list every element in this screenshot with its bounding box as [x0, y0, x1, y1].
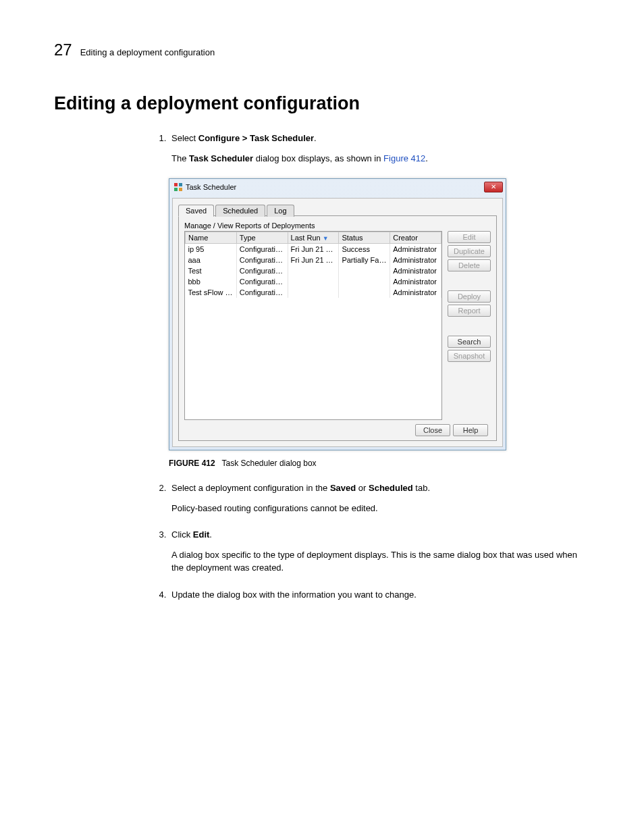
s3-a: Click — [171, 529, 193, 540]
dialog-title: Task Scheduler — [186, 183, 236, 191]
tab-scheduled[interactable]: Scheduled — [215, 205, 265, 217]
s3-p: A dialog box specific to the type of dep… — [171, 548, 590, 575]
s3-c: . — [209, 529, 212, 540]
deploy-button[interactable]: Deploy — [448, 290, 491, 303]
deployments-table[interactable]: Name Type Last Run ▼ Status Creator ip 9… — [184, 231, 442, 420]
table-row[interactable]: TestConfiguration ...Administrator — [186, 265, 441, 276]
col-lastrun[interactable]: Last Run ▼ — [288, 232, 339, 244]
duplicate-button[interactable]: Duplicate — [448, 245, 491, 257]
tab-saved[interactable]: Saved — [178, 205, 214, 217]
section-title: Editing a deployment configuration — [54, 93, 590, 114]
cell-status — [339, 265, 390, 276]
cell-last_run — [288, 287, 339, 298]
cell-last_run: Fri Jun 21 09:... — [288, 244, 339, 255]
edit-button[interactable]: Edit — [448, 231, 491, 243]
close-button[interactable]: Close — [415, 424, 450, 436]
search-button[interactable]: Search — [448, 336, 491, 348]
table-row[interactable]: Test sFlow C...Configuration ...Administ… — [186, 287, 441, 298]
s2-a: Select a deployment configuration in the — [171, 483, 330, 493]
step-1: Select Configure > Task Scheduler. The T… — [169, 132, 590, 165]
cell-last_run — [288, 276, 339, 287]
s4: Update the dialog box with the informati… — [171, 590, 417, 600]
col-creator[interactable]: Creator — [390, 232, 441, 244]
svg-rect-3 — [179, 188, 182, 191]
step1-p-c: dialog box displays, as shown in — [253, 153, 383, 163]
cell-last_run: Fri Jun 21 09:... — [288, 255, 339, 265]
cell-status — [339, 287, 390, 298]
app-icon — [173, 182, 183, 192]
cell-last_run — [288, 265, 339, 276]
cell-type: Configuration ... — [236, 255, 288, 265]
step-3: Click Edit. A dialog box specific to the… — [169, 528, 590, 575]
step-2: Select a deployment configuration in the… — [169, 481, 590, 515]
sort-desc-icon: ▼ — [323, 235, 329, 242]
figure-caption-text: Task Scheduler dialog box — [222, 459, 317, 468]
s2-p: Policy-based routing configurations cann… — [171, 502, 590, 515]
col-name[interactable]: Name — [186, 232, 237, 244]
cell-name: aaa — [186, 255, 237, 265]
help-button[interactable]: Help — [453, 424, 488, 436]
table-row[interactable]: bbbConfiguration ...Administrator — [186, 276, 441, 287]
cell-creator: Administrator — [390, 287, 441, 298]
cell-creator: Administrator — [390, 244, 441, 255]
cell-status: Partially Failed — [339, 255, 390, 265]
tab-log[interactable]: Log — [267, 205, 294, 217]
step1-p-d: . — [425, 153, 428, 163]
cell-type: Configuration ... — [236, 287, 288, 298]
figure-caption-num: FIGURE 412 — [169, 459, 215, 468]
cell-type: Configuration ... — [236, 276, 288, 287]
chapter-number: 27 — [54, 41, 72, 59]
cell-name: ip 95 — [186, 244, 237, 255]
s2-d: Scheduled — [369, 483, 413, 493]
s2-e: tab. — [413, 483, 430, 493]
cell-creator: Administrator — [390, 265, 441, 276]
table-row[interactable]: ip 95Configuration ...Fri Jun 21 09:...S… — [186, 244, 441, 255]
s2-c: or — [356, 483, 369, 493]
report-button[interactable]: Report — [448, 305, 491, 317]
s3-b: Edit — [193, 529, 210, 540]
step1-text-b: Configure > Task Scheduler — [198, 133, 314, 143]
svg-rect-0 — [174, 183, 178, 186]
step1-text-a: Select — [171, 133, 198, 143]
running-title: Editing a deployment configuration — [80, 47, 215, 57]
step1-p-b: Task Scheduler — [189, 153, 253, 163]
cell-status: Success — [339, 244, 390, 255]
cell-creator: Administrator — [390, 276, 441, 287]
col-type[interactable]: Type — [236, 232, 288, 244]
cell-status — [339, 276, 390, 287]
cell-type: Configuration ... — [236, 244, 288, 255]
cell-name: bbb — [186, 276, 237, 287]
step-4: Update the dialog box with the informati… — [169, 588, 590, 602]
svg-rect-2 — [174, 188, 178, 191]
s2-b: Saved — [330, 483, 356, 493]
cell-name: Test sFlow C... — [186, 287, 237, 298]
figure-link[interactable]: Figure 412 — [383, 153, 425, 163]
cell-name: Test — [186, 265, 237, 276]
delete-button[interactable]: Delete — [448, 259, 491, 271]
panel-label: Manage / View Reports of Deployments — [184, 221, 491, 230]
task-scheduler-dialog: Task Scheduler ✕ Saved Scheduled Log Man… — [169, 178, 506, 450]
snapshot-button[interactable]: Snapshot — [448, 350, 491, 362]
step1-text-c: . — [314, 133, 317, 143]
cell-creator: Administrator — [390, 255, 441, 265]
cell-type: Configuration ... — [236, 265, 288, 276]
col-status[interactable]: Status — [339, 232, 390, 244]
close-icon[interactable]: ✕ — [484, 182, 503, 192]
table-row[interactable]: aaaConfiguration ...Fri Jun 21 09:...Par… — [186, 255, 441, 265]
svg-rect-1 — [179, 183, 182, 186]
step1-p-a: The — [171, 153, 189, 163]
